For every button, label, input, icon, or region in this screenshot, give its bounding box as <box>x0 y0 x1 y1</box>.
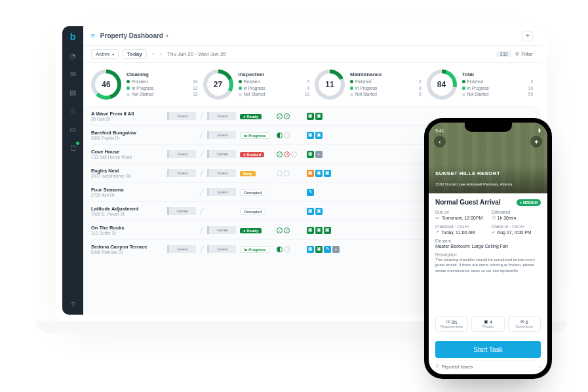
task-chip[interactable]: ▣ <box>307 170 314 177</box>
task-chip[interactable]: + <box>332 246 340 253</box>
task-chip[interactable]: ✎ <box>324 246 331 253</box>
reservation-slot[interactable]: Owner <box>207 226 236 234</box>
card-title: Cleaning <box>127 71 198 77</box>
task-chip[interactable]: ▣ <box>315 170 323 177</box>
next-week-button[interactable]: › <box>159 51 163 57</box>
status-badge: Occupied <box>240 208 265 215</box>
clipboard-icon[interactable]: ▤ <box>68 88 77 97</box>
filter-icon: ⚲ <box>515 51 519 57</box>
task-chip[interactable]: ▣ <box>307 151 314 158</box>
task-chip[interactable]: ▣ <box>315 246 323 253</box>
toolbar: Active▾ Today ‹ › Thu Jun 20 - Wed Jun 2… <box>83 46 541 63</box>
result-count: 333 <box>496 51 512 57</box>
status-badge: Dirty <box>240 171 256 176</box>
property-name: Barefoot Bungalow3890 Poplar Dr <box>91 130 163 140</box>
due-value: Tomorrow, 12:00PM <box>442 216 482 220</box>
element-value: Master Bedroom: Large Ceiling Fan <box>435 244 541 248</box>
reported-issues-row[interactable]: ⚐ Reported Issues › <box>435 361 541 369</box>
hamburger-icon[interactable]: ≡ <box>91 32 95 39</box>
task-chip[interactable]: ▣ <box>315 113 323 120</box>
reservation-slot[interactable]: Guest <box>167 150 196 158</box>
card-legend: Finished2In Progress19Not Started59 <box>462 79 534 98</box>
chevron-down-icon[interactable]: ▾ <box>166 33 168 39</box>
estimated-label: Estimated <box>492 210 541 214</box>
progress-circles <box>277 227 303 233</box>
status-badge: In-Progress <box>240 246 269 253</box>
task-chip[interactable]: ▣ <box>307 246 314 253</box>
reservation-slot[interactable]: Guest <box>207 112 236 120</box>
phone-screen: 9:41 ▮ ‹ ✦ SUNSET HILLS RESORT 1502 Dona… <box>429 123 547 374</box>
task-chip[interactable]: ▣ <box>307 113 314 120</box>
help-icon[interactable]: ? <box>68 300 77 309</box>
clock-icon: ◷ <box>492 215 496 220</box>
donut-chart: 11 <box>315 69 345 100</box>
progress-circles <box>277 132 303 138</box>
flag-icon: ⚐ <box>435 364 439 369</box>
status-badge: In-Progress <box>240 132 269 139</box>
resort-name: SUNSET HILLS RESORT <box>435 170 512 176</box>
task-chip[interactable]: ▣ <box>307 132 314 139</box>
property-name: Eagles Nest2073 Westheimer Rd <box>91 168 163 178</box>
task-chip[interactable]: ✎ <box>307 189 314 196</box>
page-header: ≡ Property Dashboard ▾ + <box>83 26 541 46</box>
property-name: A Wave From It All30 Oak St <box>91 111 163 121</box>
reservation-slot[interactable]: Guest <box>207 131 236 139</box>
today-button[interactable]: Today <box>123 49 147 59</box>
active-filter[interactable]: Active▾ <box>91 49 119 59</box>
estimated-value: 1h 30min <box>498 216 517 220</box>
status-badge: Occupied <box>240 189 265 196</box>
task-chip[interactable]: ▣ <box>315 227 323 234</box>
book-icon[interactable]: ▭ <box>68 125 77 134</box>
task-chip[interactable]: ▣ <box>324 227 331 234</box>
task-chip[interactable]: ▣ <box>315 208 323 215</box>
property-name: Sedona Canyon Terrace8080 Railroad St <box>91 244 163 254</box>
back-button[interactable]: ‹ <box>434 136 446 147</box>
reservation-slot[interactable]: Guest <box>207 245 236 253</box>
add-button[interactable]: + <box>522 31 533 41</box>
property-name: Four Seasons2715 Ash Dr <box>91 187 163 197</box>
summary-card: 46CleaningFinished34In Progress12Not Sta… <box>91 69 198 100</box>
task-chip[interactable]: ▣ <box>307 227 314 234</box>
reservation-slot[interactable]: Guest <box>167 169 196 177</box>
gauge-icon[interactable]: ◔ <box>68 51 77 60</box>
reservation-slot[interactable]: Guest <box>167 245 196 253</box>
element-label: Element <box>435 239 451 243</box>
filter-button[interactable]: ⚲Filter <box>515 51 533 57</box>
task-title: Normal Guest Arrival <box>435 199 501 206</box>
progress-circles <box>277 246 303 252</box>
card-title: Inspection <box>239 71 310 77</box>
reservation-slot[interactable]: Owner <box>207 150 236 158</box>
start-task-button[interactable]: Start Task <box>435 341 541 358</box>
donut-chart: 84 <box>427 69 457 100</box>
calendar-icon: ▭ <box>435 215 440 220</box>
resort-address: 1502 Donald Lee Hollowell Parkway, Atlan… <box>435 182 512 186</box>
reservation-slot[interactable]: Guest <box>207 169 236 177</box>
reservation-slot[interactable]: Owner <box>167 207 196 215</box>
phone-frame: 9:41 ▮ ‹ ✦ SUNSET HILLS RESORT 1502 Dona… <box>424 118 552 379</box>
comments-chip[interactable]: ✉6 Comments <box>508 316 541 332</box>
reservation-slot[interactable]: Guest <box>207 188 236 196</box>
phone-time: 9:41 <box>435 128 444 133</box>
requirements-chip[interactable]: ☑0/1 Requirements <box>435 316 468 332</box>
task-chip[interactable]: ▣ <box>307 208 314 215</box>
home-icon[interactable]: ⌂ <box>68 106 77 115</box>
comment-icon: ✉ <box>520 319 524 324</box>
card-title: Maintenance <box>350 71 421 77</box>
task-chip[interactable]: + <box>315 151 323 158</box>
task-chip[interactable]: ▣ <box>315 132 323 139</box>
checkout-value: Today, 11:00 AM <box>441 230 475 235</box>
arrival-icon: ↙ <box>492 229 496 235</box>
reservation-slot[interactable]: Guest <box>167 112 196 120</box>
inbox-icon[interactable]: ✉ <box>68 69 77 79</box>
status-badge: ● Ready <box>240 228 262 233</box>
prev-week-button[interactable]: ‹ <box>151 51 155 57</box>
navigate-icon[interactable]: ✦ <box>530 136 542 147</box>
task-chip[interactable]: ▣ <box>324 170 331 177</box>
checkin-value: Aug 17, 4:00 PM <box>498 230 532 235</box>
photos-chip[interactable]: ▣4 Photos <box>471 316 504 332</box>
summary-card: 84TotalFinished2In Progress19Not Started… <box>427 69 534 100</box>
checkout-label: Checkout · Owner <box>435 224 485 229</box>
departure-icon: ↗ <box>435 229 439 235</box>
chat-icon[interactable]: ◻ <box>68 143 77 152</box>
property-name: On The Rocks111 Sutter St <box>91 225 163 235</box>
